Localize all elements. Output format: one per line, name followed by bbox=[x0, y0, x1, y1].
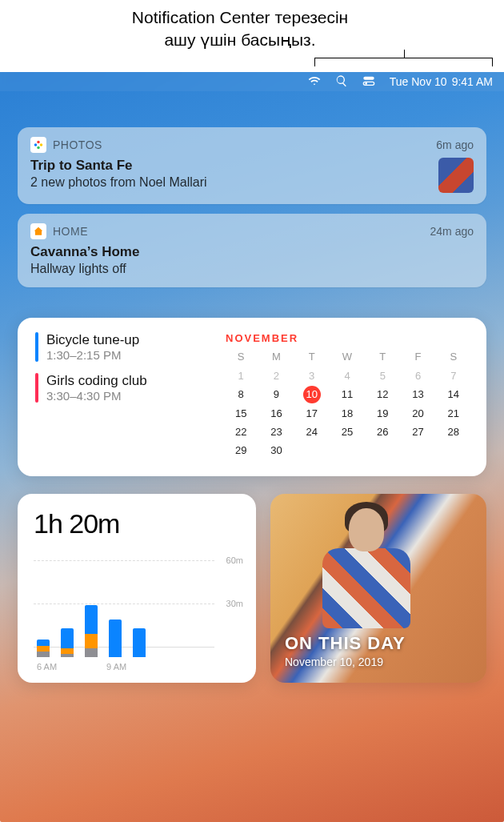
notification-message: Hallway lights off bbox=[30, 262, 474, 276]
calendar-day[interactable]: 9 bbox=[261, 386, 291, 403]
chart-y-label: 60m bbox=[226, 555, 243, 565]
notification-title: Trip to Santa Fe bbox=[30, 158, 429, 174]
calendar-day[interactable] bbox=[438, 442, 469, 459]
event-color-bar bbox=[35, 332, 38, 362]
calendar-day[interactable]: 20 bbox=[402, 405, 433, 422]
calendar-day[interactable]: 26 bbox=[367, 423, 398, 440]
menu-bar: Tue Nov 10 9:41 AM bbox=[0, 72, 504, 91]
calendar-day[interactable]: 11 bbox=[332, 386, 362, 403]
control-center-icon[interactable] bbox=[362, 74, 375, 90]
calendar-day[interactable] bbox=[297, 442, 327, 459]
notification-app-name: PHOTOS bbox=[53, 138, 430, 151]
chart-gridline bbox=[34, 560, 214, 561]
chart-bar bbox=[61, 628, 74, 657]
calendar-day-header: M bbox=[261, 351, 291, 366]
calendar-day-header: W bbox=[332, 351, 362, 366]
calendar-day[interactable]: 2 bbox=[261, 367, 291, 384]
notification-home[interactable]: HOME 24m ago Cavanna’s Home Hallway ligh… bbox=[18, 214, 486, 287]
notification-time: 24m ago bbox=[430, 225, 474, 238]
svg-rect-0 bbox=[363, 76, 374, 79]
calendar-day-header: S bbox=[226, 351, 256, 366]
calendar-day[interactable]: 12 bbox=[367, 386, 398, 403]
screentime-chart: 60m 30m 6 AM 9 AM bbox=[34, 554, 250, 672]
calendar-day[interactable]: 6 bbox=[402, 367, 433, 384]
calendar-day[interactable]: 16 bbox=[261, 405, 291, 422]
notification-app-name: HOME bbox=[53, 225, 424, 238]
calendar-day[interactable]: 28 bbox=[438, 423, 469, 440]
calendar-day-header: F bbox=[402, 351, 433, 366]
calendar-day[interactable]: 7 bbox=[438, 367, 469, 384]
notification-header: HOME 24m ago bbox=[30, 223, 474, 239]
menu-bar-clock[interactable]: Tue Nov 10 9:41 AM bbox=[390, 75, 493, 88]
calendar-event[interactable]: Girls coding club 3:30–4:30 PM bbox=[35, 373, 206, 403]
svg-point-2 bbox=[365, 82, 367, 85]
calendar-day[interactable]: 4 bbox=[332, 367, 362, 384]
memory-caption: ON THIS DAY November 10, 2019 bbox=[285, 633, 406, 668]
calendar-day[interactable]: 22 bbox=[226, 423, 256, 440]
calendar-day[interactable]: 21 bbox=[438, 405, 469, 422]
photos-memory-widget[interactable]: ON THIS DAY November 10, 2019 bbox=[270, 494, 486, 683]
calendar-day[interactable]: 18 bbox=[332, 405, 362, 422]
desktop: Tue Nov 10 9:41 AM PHOTOS 6m ago Trip to… bbox=[0, 72, 504, 822]
calendar-day[interactable]: 29 bbox=[226, 442, 256, 459]
annotation-line2: ашу үшін басыңыз. bbox=[164, 30, 315, 49]
chart-bar bbox=[37, 640, 50, 657]
calendar-day[interactable]: 15 bbox=[226, 405, 256, 422]
calendar-events: Bicycle tune-up 1:30–2:15 PM Girls codin… bbox=[35, 332, 206, 459]
calendar-day-header: T bbox=[297, 351, 327, 366]
event-title: Bicycle tune-up bbox=[46, 332, 139, 348]
notification-message: 2 new photos from Noel Mallari bbox=[30, 175, 429, 190]
calendar-month-view: NOVEMBER SMTWTFS123456789101112131415161… bbox=[226, 332, 469, 459]
calendar-day-today[interactable]: 10 bbox=[303, 386, 321, 403]
annotation-text: Notification Center терезесін ашу үшін б… bbox=[80, 6, 400, 52]
calendar-day-header: S bbox=[438, 351, 469, 366]
chart-y-label: 30m bbox=[226, 599, 243, 608]
calendar-day[interactable]: 14 bbox=[438, 386, 469, 403]
wifi-icon[interactable] bbox=[308, 74, 321, 90]
annotation-line1: Notification Center терезесін bbox=[132, 8, 348, 26]
calendar-grid: SMTWTFS123456789101112131415161718192021… bbox=[226, 351, 469, 459]
spotlight-icon[interactable] bbox=[335, 74, 348, 90]
notification-center: PHOTOS 6m ago Trip to Santa Fe 2 new pho… bbox=[0, 91, 504, 683]
event-color-bar bbox=[35, 373, 38, 403]
memory-photo-person bbox=[318, 502, 414, 638]
calendar-day[interactable]: 1 bbox=[226, 367, 256, 384]
chart-bar bbox=[133, 628, 146, 657]
calendar-day[interactable]: 8 bbox=[226, 386, 256, 403]
screentime-widget[interactable]: 1h 20m 60m 30m 6 AM 9 AM bbox=[18, 494, 256, 683]
event-title: Girls coding club bbox=[46, 373, 147, 389]
calendar-day[interactable]: 27 bbox=[402, 423, 433, 440]
calendar-widget[interactable]: Bicycle tune-up 1:30–2:15 PM Girls codin… bbox=[18, 318, 486, 476]
widget-row: 1h 20m 60m 30m 6 AM 9 AM bbox=[18, 494, 486, 683]
calendar-day[interactable]: 25 bbox=[332, 423, 362, 440]
calendar-day[interactable]: 3 bbox=[297, 367, 327, 384]
photos-app-icon bbox=[30, 137, 46, 153]
memory-title: ON THIS DAY bbox=[285, 633, 406, 654]
calendar-day[interactable]: 5 bbox=[367, 367, 398, 384]
event-time: 3:30–4:30 PM bbox=[46, 389, 147, 403]
calendar-month-label: NOVEMBER bbox=[226, 332, 469, 344]
menu-bar-date: Tue Nov 10 bbox=[390, 75, 447, 88]
calendar-event[interactable]: Bicycle tune-up 1:30–2:15 PM bbox=[35, 332, 206, 362]
screentime-total: 1h 20m bbox=[34, 508, 250, 539]
calendar-day[interactable]: 13 bbox=[402, 386, 433, 403]
calendar-day[interactable] bbox=[332, 442, 362, 459]
notification-header: PHOTOS 6m ago bbox=[30, 137, 474, 153]
svg-point-3 bbox=[37, 141, 40, 144]
event-time: 1:30–2:15 PM bbox=[46, 348, 139, 362]
notification-photos[interactable]: PHOTOS 6m ago Trip to Santa Fe 2 new pho… bbox=[18, 127, 486, 204]
memory-date: November 10, 2019 bbox=[285, 656, 406, 668]
calendar-day[interactable]: 23 bbox=[261, 423, 291, 440]
calendar-day[interactable]: 19 bbox=[367, 405, 398, 422]
annotation-bracket bbox=[314, 58, 493, 69]
notification-thumbnail bbox=[438, 158, 474, 193]
calendar-day[interactable] bbox=[402, 442, 433, 459]
svg-point-6 bbox=[34, 143, 38, 146]
calendar-day[interactable] bbox=[367, 442, 398, 459]
chart-bar bbox=[109, 620, 122, 657]
calendar-day[interactable]: 30 bbox=[261, 442, 291, 459]
home-app-icon bbox=[30, 223, 46, 239]
chart-x-labels: 6 AM 9 AM bbox=[37, 662, 126, 672]
calendar-day[interactable]: 24 bbox=[297, 423, 327, 440]
calendar-day[interactable]: 17 bbox=[297, 405, 327, 422]
